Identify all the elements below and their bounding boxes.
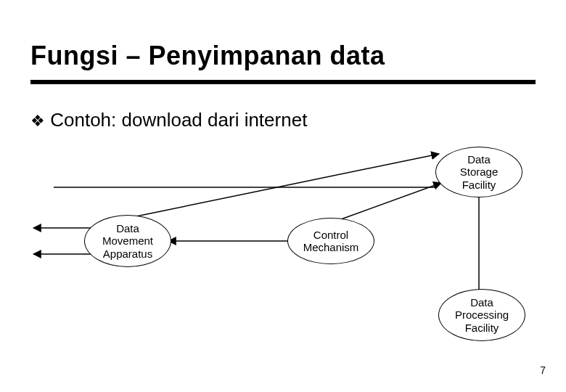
svg-line-2 <box>341 183 441 219</box>
node-label: DataMovementApparatus <box>102 222 153 260</box>
svg-line-3 <box>129 154 439 218</box>
node-data-movement-apparatus: DataMovementApparatus <box>84 215 171 267</box>
node-label: DataProcessingFacility <box>455 296 509 334</box>
node-data-storage-facility: DataStorageFacility <box>435 147 522 197</box>
slide: Fungsi – Penyimpanan data ❖ Contoh: down… <box>0 0 566 392</box>
node-control-mechanism: ControlMechanism <box>287 218 374 264</box>
node-data-processing-facility: DataProcessingFacility <box>438 289 525 341</box>
node-label: DataStorageFacility <box>460 153 499 191</box>
page-number: 7 <box>540 364 546 376</box>
node-label: ControlMechanism <box>303 229 359 254</box>
